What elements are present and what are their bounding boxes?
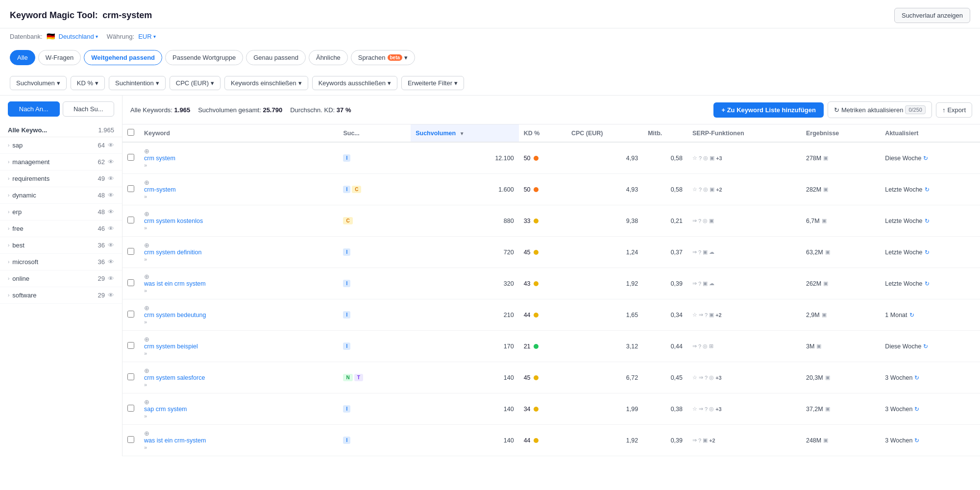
select-all-checkbox[interactable] bbox=[127, 129, 134, 136]
row-checkbox[interactable] bbox=[127, 217, 134, 223]
tab-alle[interactable]: Alle bbox=[10, 50, 35, 65]
currency-dropdown[interactable]: EUR ▾ bbox=[138, 33, 155, 40]
sidebar-item-erp[interactable]: › erp 48 👁 bbox=[0, 204, 122, 220]
filter-einschliessen[interactable]: Keywords einschließen ▾ bbox=[224, 76, 308, 90]
row-checkbox[interactable] bbox=[127, 436, 134, 443]
expand-icon[interactable]: » bbox=[144, 256, 147, 262]
row-checkbox[interactable] bbox=[127, 185, 134, 192]
eye-icon[interactable]: 👁 bbox=[108, 158, 114, 166]
expand-icon[interactable]: » bbox=[144, 413, 147, 419]
add-keyword-button[interactable]: + Zu Keyword Liste hinzufügen bbox=[713, 102, 823, 118]
refresh-icon[interactable]: ↻ bbox=[914, 406, 919, 413]
keyword-link[interactable]: sap crm system bbox=[144, 406, 333, 413]
sidebar-item-microsoft[interactable]: › microsoft 36 👁 bbox=[0, 254, 122, 270]
eye-icon[interactable]: 👁 bbox=[108, 225, 114, 232]
serp-cell: ☆ ⇒ ? ◎ +3 bbox=[687, 362, 801, 393]
expand-icon[interactable]: » bbox=[144, 194, 147, 199]
row-checkbox[interactable] bbox=[127, 248, 134, 255]
sidebar-item-sap[interactable]: › sap 64 👁 bbox=[0, 137, 122, 154]
filter-cpc[interactable]: CPC (EUR) ▾ bbox=[170, 76, 220, 90]
row-checkbox[interactable] bbox=[127, 311, 134, 318]
chevron-right-icon: › bbox=[8, 193, 9, 198]
eye-icon[interactable]: 👁 bbox=[108, 242, 114, 249]
th-suchvolumen[interactable]: Suchvolumen ▼ bbox=[411, 124, 518, 142]
keyword-link[interactable]: was ist ein crm-system bbox=[144, 437, 333, 444]
plus-circle-icon[interactable]: ⊕ bbox=[144, 147, 149, 155]
refresh-icon[interactable]: ↻ bbox=[925, 249, 930, 256]
refresh-icon[interactable]: ↻ bbox=[923, 343, 928, 350]
plus-circle-icon[interactable]: ⊕ bbox=[144, 336, 149, 343]
plus-circle-icon[interactable]: ⊕ bbox=[144, 273, 149, 280]
sidebar-item-dynamic[interactable]: › dynamic 48 👁 bbox=[0, 187, 122, 204]
refresh-icon[interactable]: ↻ bbox=[914, 374, 919, 381]
expand-icon[interactable]: » bbox=[144, 350, 147, 356]
sidebar-item-requirements[interactable]: › requirements 49 👁 bbox=[0, 171, 122, 187]
expand-icon[interactable]: » bbox=[144, 225, 147, 231]
cpc-cell: 1,24 bbox=[566, 237, 643, 268]
expand-icon[interactable]: » bbox=[144, 382, 147, 388]
database-dropdown[interactable]: Deutschland ▾ bbox=[59, 33, 98, 40]
eye-icon[interactable]: 👁 bbox=[108, 142, 114, 149]
sidebar-item-software[interactable]: › software 29 👁 bbox=[0, 287, 122, 304]
expand-icon[interactable]: » bbox=[144, 162, 147, 168]
filter-erweitert[interactable]: Erweiterte Filter ▾ bbox=[401, 76, 464, 90]
expand-icon[interactable]: » bbox=[144, 288, 147, 294]
keyword-link[interactable]: was ist ein crm system bbox=[144, 280, 333, 287]
sidebar-item-online[interactable]: › online 29 👁 bbox=[0, 270, 122, 287]
expand-icon[interactable]: » bbox=[144, 319, 147, 325]
sidebar-item-best[interactable]: › best 36 👁 bbox=[0, 237, 122, 254]
keyword-link[interactable]: crm system definition bbox=[144, 249, 333, 256]
tab-w-fragen[interactable]: W-Fragen bbox=[38, 50, 81, 65]
refresh-icon[interactable]: ↻ bbox=[925, 186, 930, 193]
refresh-icon[interactable]: ↻ bbox=[925, 280, 930, 287]
keyword-link[interactable]: crm-system bbox=[144, 186, 333, 193]
eye-icon[interactable]: 👁 bbox=[108, 208, 114, 216]
plus-circle-icon[interactable]: ⊕ bbox=[144, 210, 149, 218]
row-checkbox[interactable] bbox=[127, 405, 134, 412]
eye-icon[interactable]: 👁 bbox=[108, 275, 114, 282]
plus-circle-icon[interactable]: ⊕ bbox=[144, 398, 149, 406]
tab-sprachen[interactable]: Sprachen beta ▾ bbox=[351, 50, 415, 65]
filter-suchintention[interactable]: Suchintention ▾ bbox=[109, 76, 166, 90]
tab-genau[interactable]: Genau passend bbox=[246, 50, 306, 65]
eye-icon[interactable]: 👁 bbox=[108, 258, 114, 266]
history-button[interactable]: Suchverlauf anzeigen bbox=[894, 8, 970, 23]
tab-weitgehend[interactable]: Weitgehend passend bbox=[84, 50, 162, 65]
keyword-link[interactable]: crm system salesforce bbox=[144, 374, 333, 381]
sidebar-item-free[interactable]: › free 46 👁 bbox=[0, 220, 122, 237]
kd-value: 50 bbox=[524, 155, 531, 162]
sidebar-tab-nach-an[interactable]: Nach An... bbox=[8, 101, 60, 117]
keyword-link[interactable]: crm system bedeutung bbox=[144, 312, 333, 318]
tab-aehnliche[interactable]: Ähnliche bbox=[309, 50, 348, 65]
filter-ausschliessen[interactable]: Keywords ausschließen ▾ bbox=[312, 76, 397, 90]
row-checkbox[interactable] bbox=[127, 373, 134, 380]
row-checkbox[interactable] bbox=[127, 154, 134, 161]
refresh-icon[interactable]: ↻ bbox=[909, 312, 914, 318]
kd-dot bbox=[534, 187, 539, 192]
expand-icon[interactable]: » bbox=[144, 444, 147, 450]
refresh-icon[interactable]: ↻ bbox=[925, 218, 930, 224]
tab-passende[interactable]: Passende Wortgruppe bbox=[165, 50, 243, 65]
sidebar-tab-nach-su[interactable]: Nach Su... bbox=[63, 101, 115, 117]
refresh-icon[interactable]: ↻ bbox=[914, 437, 919, 444]
sidebar-item-label: sap bbox=[12, 142, 23, 149]
eye-icon[interactable]: 👁 bbox=[108, 175, 114, 182]
refresh-metrics-button[interactable]: ↻ Metriken aktualisieren 0/250 bbox=[828, 101, 932, 118]
filter-suchvolumen[interactable]: Suchvolumen ▾ bbox=[10, 76, 67, 90]
keyword-link[interactable]: crm system bbox=[144, 155, 333, 162]
export-button[interactable]: ↑ Export bbox=[936, 102, 972, 118]
sidebar-item-management[interactable]: › management 62 👁 bbox=[0, 154, 122, 171]
row-checkbox[interactable] bbox=[127, 279, 134, 286]
plus-circle-icon[interactable]: ⊕ bbox=[144, 179, 149, 186]
keyword-link[interactable]: crm system beispiel bbox=[144, 343, 333, 350]
filter-kd[interactable]: KD % ▾ bbox=[71, 76, 105, 90]
eye-icon[interactable]: 👁 bbox=[108, 192, 114, 199]
plus-circle-icon[interactable]: ⊕ bbox=[144, 430, 149, 437]
plus-circle-icon[interactable]: ⊕ bbox=[144, 242, 149, 249]
row-checkbox[interactable] bbox=[127, 342, 134, 349]
plus-circle-icon[interactable]: ⊕ bbox=[144, 367, 149, 374]
plus-circle-icon[interactable]: ⊕ bbox=[144, 304, 149, 312]
refresh-icon[interactable]: ↻ bbox=[923, 155, 928, 162]
eye-icon[interactable]: 👁 bbox=[108, 292, 114, 299]
keyword-link[interactable]: crm system kostenlos bbox=[144, 218, 333, 224]
